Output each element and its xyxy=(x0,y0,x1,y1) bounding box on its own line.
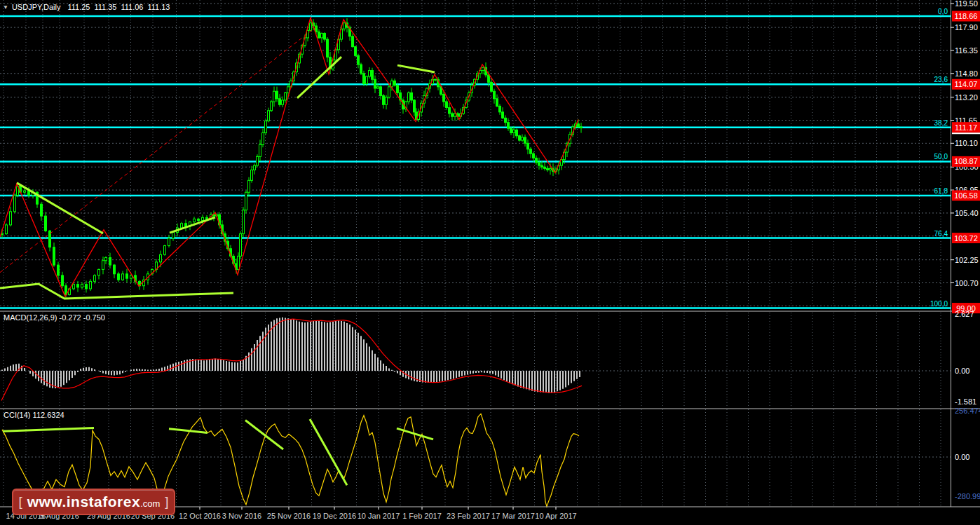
high-value: 111.35 xyxy=(94,3,116,11)
date-label: 10 Apr 2017 xyxy=(535,512,576,520)
fib-ratio-label: 100,0 xyxy=(930,300,948,308)
candle-body xyxy=(273,91,275,102)
indicator-axis-label: -1.581 xyxy=(955,397,976,406)
fib-price-badge-label: 118.66 xyxy=(955,12,978,20)
macd-main-value: -0.272 xyxy=(59,313,81,322)
candle-body xyxy=(310,23,312,31)
candle-body xyxy=(366,76,368,84)
candle-body xyxy=(130,275,132,278)
price-tick-label: 119.50 xyxy=(955,0,978,8)
fib-ratio-label: 61,8 xyxy=(934,187,948,195)
candle-body xyxy=(327,39,329,57)
candle-body xyxy=(488,75,490,83)
date-label: 25 Nov 2016 xyxy=(267,512,311,520)
candle-body xyxy=(324,34,326,39)
candle-body xyxy=(496,99,498,107)
candle-body xyxy=(411,93,413,100)
candle-body xyxy=(254,165,256,170)
date-label: 10 Jan 2017 xyxy=(358,512,400,520)
candle-body xyxy=(578,124,580,127)
trendline xyxy=(397,65,435,72)
candle-body xyxy=(198,219,200,220)
candle-body xyxy=(193,219,196,221)
candle-body xyxy=(251,170,253,180)
candle-body xyxy=(505,118,507,122)
candle-body xyxy=(14,196,16,212)
candle-body xyxy=(363,74,365,84)
fib-ratio-label: 38,2 xyxy=(934,119,948,127)
candle-body xyxy=(414,100,416,112)
fib-ratio-label: 76,4 xyxy=(934,230,948,238)
fib-price-badge-label: 103.72 xyxy=(954,234,978,243)
candle-body xyxy=(388,87,390,97)
candle-body xyxy=(98,269,100,275)
candle-body xyxy=(547,168,549,170)
candle-body xyxy=(45,216,47,231)
indicator-axis-label: 2.627 xyxy=(955,310,974,318)
candle-body xyxy=(315,26,318,32)
candle-body xyxy=(386,97,388,105)
candle-body xyxy=(181,224,183,228)
candle-body xyxy=(369,71,371,76)
dashed-channel-line xyxy=(0,27,315,273)
candle-body xyxy=(536,158,538,163)
candle-body xyxy=(377,87,379,88)
candle-body xyxy=(259,144,261,156)
candle-body xyxy=(94,275,96,281)
candle-body xyxy=(257,156,259,165)
candle-body xyxy=(287,87,290,93)
chevron-down-icon[interactable]: ▼ xyxy=(3,4,8,11)
candle-body xyxy=(318,32,320,37)
candle-body xyxy=(109,257,111,265)
cci-trendline xyxy=(169,429,207,433)
candle-body xyxy=(533,154,535,158)
candle-body xyxy=(530,149,532,154)
candle-body xyxy=(185,224,187,226)
candle-body xyxy=(435,79,437,80)
indicator-axis-label: -280.999 xyxy=(955,492,980,500)
candle-body xyxy=(394,81,396,85)
candle-body xyxy=(343,23,346,29)
fib-price-badge-label: 106.58 xyxy=(954,191,978,200)
fib-price-badge-label: 108.87 xyxy=(954,157,978,165)
candle-body xyxy=(391,81,393,86)
cci-value: 112.6324 xyxy=(33,411,64,419)
fib-ratio-label: 23,6 xyxy=(934,76,948,83)
candle-body xyxy=(262,133,264,145)
indicator-axis-label: 0.00 xyxy=(955,453,969,461)
candle-body xyxy=(541,165,543,167)
candle-body xyxy=(352,36,354,47)
candle-body xyxy=(265,121,267,133)
macd-indicator-label: MACD(12,26,9) -0.272 -0.750 xyxy=(4,313,105,322)
cci-indicator-label: CCI(14) 112.6324 xyxy=(4,411,64,419)
candle-body xyxy=(86,285,88,289)
watermark-bracket-left: [ xyxy=(13,494,27,510)
ohlc-header: ▼USDJPY,Daily111.25111.35111.06111.13 xyxy=(3,3,174,11)
chart-plot[interactable]: 0,023,638,250,061,876,4100,0119.50117.90… xyxy=(0,0,980,525)
candle-body xyxy=(408,93,410,102)
macd-signal-value: -0.750 xyxy=(83,313,105,322)
cci-name: CCI(14) xyxy=(4,411,31,419)
candle-body xyxy=(57,265,60,275)
candle-body xyxy=(360,64,362,74)
candle-body xyxy=(73,285,75,289)
candle-body xyxy=(160,254,162,262)
date-label: 23 Feb 2017 xyxy=(447,512,490,520)
date-label: 3 Nov 2016 xyxy=(222,512,261,520)
candle-body xyxy=(6,225,8,234)
price-tick-label: 113.20 xyxy=(955,93,978,102)
candle-body xyxy=(10,212,12,225)
candle-body xyxy=(122,274,124,280)
watermark-suffix: .com xyxy=(140,498,160,509)
price-tick-label: 102.25 xyxy=(955,256,979,264)
close-value: 111.13 xyxy=(147,3,170,11)
watermark-bracket-right: ] xyxy=(160,494,173,510)
candle-body xyxy=(380,87,382,96)
candle-body xyxy=(77,285,79,287)
candle-body xyxy=(105,257,107,260)
date-label: 1 Feb 2017 xyxy=(402,512,442,520)
date-label: 19 Dec 2016 xyxy=(313,512,356,520)
candle-body xyxy=(62,275,64,286)
candle-body xyxy=(238,256,240,269)
candle-body xyxy=(248,180,250,192)
